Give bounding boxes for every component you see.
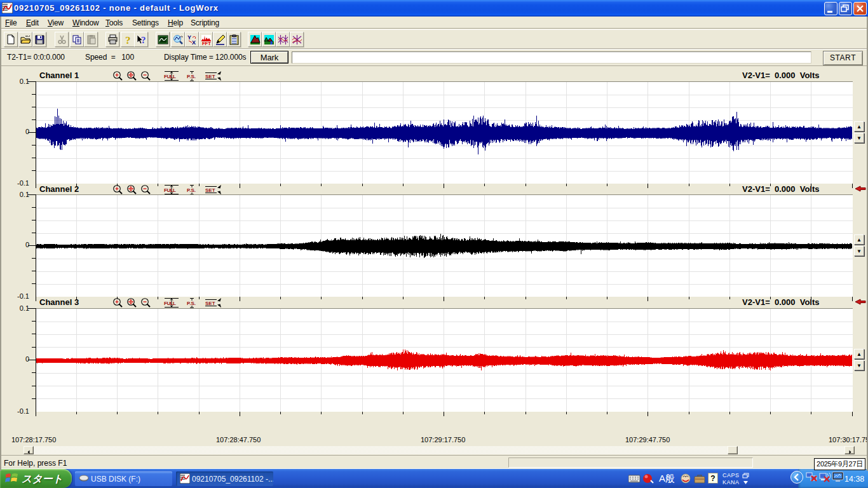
svg-text:P.S.: P.S. bbox=[187, 187, 196, 193]
svg-text:SET: SET bbox=[205, 187, 215, 193]
svg-text:FULL: FULL bbox=[164, 74, 176, 79]
svg-text:SET: SET bbox=[205, 301, 215, 306]
svg-text:SET: SET bbox=[205, 74, 215, 79]
svg-text:P.S.: P.S. bbox=[187, 74, 196, 79]
svg-text:P.S.: P.S. bbox=[187, 301, 196, 306]
svg-text:X: X bbox=[192, 39, 196, 45]
svg-text:FULL: FULL bbox=[164, 187, 176, 193]
svg-text:Y: Y bbox=[187, 34, 191, 41]
svg-text:FULL: FULL bbox=[164, 301, 176, 306]
svg-text:FFT: FFT bbox=[202, 41, 211, 46]
svg-text:?: ? bbox=[125, 34, 131, 45]
